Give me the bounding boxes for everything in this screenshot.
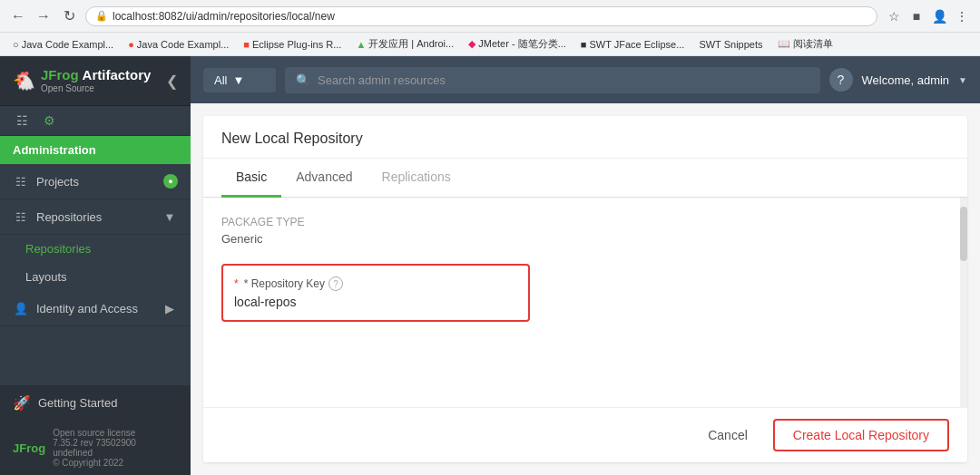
bookmark-favicon: ◆ — [468, 38, 475, 50]
browser-actions: ☆ ■ 👤 ⋮ — [885, 7, 971, 25]
bookmark-favicon: ■ — [581, 39, 587, 50]
welcome-text: Welcome, admin — [862, 73, 950, 87]
repositories-icon: ☷ — [13, 208, 29, 225]
bookmark-java1[interactable]: ○ Java Code Exampl... — [9, 37, 117, 52]
getting-started-label: Getting Started — [38, 396, 117, 410]
bookmark-reading-list[interactable]: 📖 阅读清单 — [774, 35, 837, 53]
projects-label: Projects — [36, 175, 156, 189]
dropdown-label: All — [214, 73, 227, 87]
footer-line2: 7.35.2 rev 73502900 — [53, 438, 136, 448]
bookmark-label: JMeter - 随笔分类... — [478, 37, 566, 51]
url-text: localhost:8082/ui/admin/repositories/loc… — [113, 10, 335, 23]
browser-bar: ← → ↻ 🔒 localhost:8082/ui/admin/reposito… — [0, 0, 980, 33]
tab-replications[interactable]: Replications — [368, 159, 466, 198]
package-type-value: Generic — [221, 232, 949, 246]
profile-icon[interactable]: 👤 — [930, 7, 948, 25]
field-label: * * Repository Key ? — [234, 276, 517, 291]
tabs: Basic Advanced Replications — [203, 159, 967, 198]
sidebar: 🐔 JFrog Artifactory Open Source ❮ ☷ ⚙ Ad… — [0, 56, 191, 475]
bookmark-label: Java Code Exampl... — [137, 39, 230, 50]
sub-repositories-label: Repositories — [25, 242, 91, 256]
sidebar-icons-row: ☷ ⚙ — [0, 106, 191, 136]
gear-icon[interactable]: ⚙ — [40, 111, 58, 130]
scrollbar-thumb[interactable] — [960, 207, 967, 261]
help-button[interactable]: ? — [829, 68, 853, 92]
extension-icon[interactable]: ■ — [907, 7, 926, 25]
bookmark-favicon: ○ — [13, 39, 19, 50]
bookmark-android[interactable]: ▲ 开发应用 | Androi... — [352, 35, 457, 53]
refresh-button[interactable]: ↻ — [60, 7, 78, 25]
back-button[interactable]: ← — [9, 7, 27, 25]
chevron-down-icon: ▼ — [162, 208, 178, 225]
star-icon[interactable]: ☆ — [885, 7, 903, 25]
section-title: Administration — [13, 143, 96, 157]
welcome-chevron-icon[interactable]: ▼ — [958, 75, 967, 85]
menu-icon[interactable]: ⋮ — [953, 7, 971, 25]
content-area: New Local Repository Basic Advanced Repl… — [203, 116, 967, 462]
footer-text: Open source license 7.35.2 rev 73502900 … — [53, 428, 136, 468]
sub-layouts-label: Layouts — [25, 270, 67, 284]
sidebar-section-header: Administration — [0, 136, 191, 164]
sidebar-logo-icon: 🐔 — [13, 70, 35, 92]
footer-logo: JFrog — [13, 441, 45, 455]
identity-chevron-icon: ▶ — [162, 300, 178, 316]
footer-line1: Open source license — [53, 428, 136, 438]
address-bar[interactable]: 🔒 localhost:8082/ui/admin/repositories/l… — [85, 6, 877, 26]
search-input[interactable] — [318, 73, 809, 87]
bookmark-label: 开发应用 | Androi... — [368, 37, 454, 51]
required-marker: * — [234, 277, 239, 290]
scrollbar-track[interactable] — [960, 198, 967, 407]
cancel-button[interactable]: Cancel — [693, 421, 762, 450]
bookmark-java2[interactable]: ● Java Code Exampl... — [124, 37, 232, 52]
tab-replications-label: Replications — [382, 170, 451, 184]
logo-jfrog: JFrog — [41, 67, 79, 82]
bookmark-swt[interactable]: ■ SWT JFace Eclipse... — [577, 37, 689, 52]
create-repository-button[interactable]: Create Local Repository — [773, 419, 949, 451]
bookmarks-bar: ○ Java Code Exampl... ● Java Code Exampl… — [0, 33, 980, 56]
sidebar-sub-repositories[interactable]: Repositories — [0, 235, 191, 263]
sidebar-collapse-button[interactable]: ❮ — [166, 73, 178, 90]
bookmark-label: Eclipse Plug-ins R... — [252, 39, 341, 50]
sidebar-footer: JFrog Open source license 7.35.2 rev 735… — [0, 421, 191, 475]
tab-advanced[interactable]: Advanced — [281, 159, 367, 198]
bookmark-favicon: ● — [128, 39, 134, 50]
tab-advanced-label: Advanced — [296, 170, 352, 184]
identity-icon: 👤 — [13, 300, 29, 316]
lock-icon: 🔒 — [95, 10, 108, 22]
projects-badge: ● — [163, 174, 178, 189]
sidebar-item-getting-started[interactable]: 🚀 Getting Started — [0, 385, 191, 421]
field-label-text: * Repository Key — [244, 277, 325, 290]
repositories-label: Repositories — [36, 210, 154, 224]
form-area: PACKAGE TYPE Generic * * Repository Key … — [203, 198, 967, 407]
repository-key-input[interactable] — [234, 295, 517, 309]
bookmark-label: Java Code Exampl... — [22, 39, 114, 50]
sidebar-sub-layouts[interactable]: Layouts — [0, 263, 191, 291]
grid-icon[interactable]: ☷ — [13, 111, 31, 130]
rocket-icon: 🚀 — [13, 394, 31, 412]
bookmark-eclipse[interactable]: ■ Eclipse Plug-ins R... — [240, 37, 345, 52]
bookmark-favicon: ■ — [243, 39, 250, 50]
tab-basic[interactable]: Basic — [221, 159, 281, 198]
repository-key-field: * * Repository Key ? — [221, 264, 530, 322]
search-icon: 🔍 — [296, 73, 310, 87]
bookmark-favicon: ▲ — [356, 39, 366, 50]
app-body: 🐔 JFrog Artifactory Open Source ❮ ☷ ⚙ Ad… — [0, 56, 980, 475]
logo-brand: JFrog Artifactory — [41, 67, 151, 83]
sidebar-item-identity[interactable]: 👤 Identity and Access ▶ — [0, 291, 191, 326]
tab-basic-label: Basic — [236, 170, 267, 184]
all-dropdown[interactable]: All ▼ — [203, 68, 276, 92]
footer-actions: Cancel Create Local Repository — [203, 407, 967, 462]
sidebar-item-projects[interactable]: ☷ Projects ● — [0, 164, 191, 199]
dropdown-chevron-icon: ▼ — [232, 73, 244, 87]
field-help-icon[interactable]: ? — [328, 276, 343, 291]
projects-icon: ☷ — [13, 173, 29, 189]
identity-label: Identity and Access — [36, 302, 154, 315]
footer-line3: undefined — [53, 448, 136, 458]
bookmark-swt-snippets[interactable]: SWT Snippets — [695, 37, 766, 52]
forward-button[interactable]: → — [34, 7, 53, 25]
right-panel: All ▼ 🔍 ? Welcome, admin ▼ New Local Rep… — [191, 56, 980, 475]
bookmark-label: 阅读清单 — [793, 37, 833, 51]
reading-list-icon: 📖 — [778, 38, 790, 50]
sidebar-item-repositories[interactable]: ☷ Repositories ▼ — [0, 199, 191, 235]
bookmark-jmeter[interactable]: ◆ JMeter - 随笔分类... — [465, 35, 570, 53]
